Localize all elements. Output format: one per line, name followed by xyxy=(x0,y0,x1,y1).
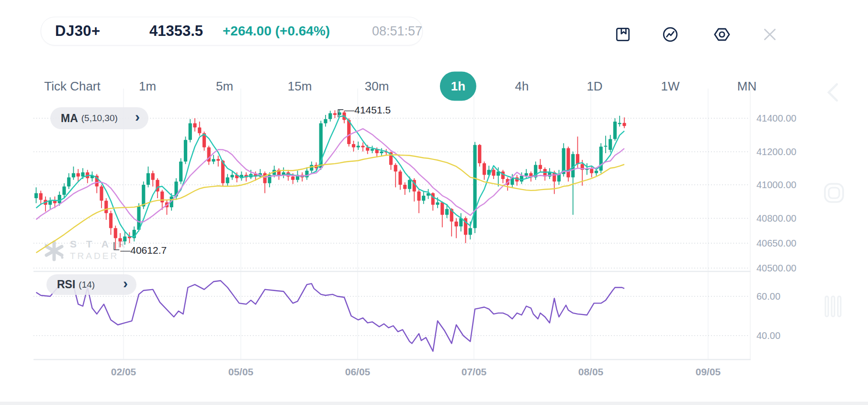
candle-body xyxy=(39,193,43,200)
candle-body xyxy=(604,146,607,146)
candle-body xyxy=(81,172,84,177)
tab-mn[interactable]: MN xyxy=(737,79,756,94)
candle-body xyxy=(539,165,542,169)
tab-1h[interactable]: 1h xyxy=(440,72,476,101)
candle-body xyxy=(417,191,420,201)
candle-body xyxy=(445,209,449,215)
candle-body xyxy=(34,193,38,198)
candle-body xyxy=(454,222,458,226)
tab-1d[interactable]: 1D xyxy=(586,79,602,94)
price-axis-label: 41200.00 xyxy=(756,146,796,157)
candle-body xyxy=(595,171,598,173)
candle-body xyxy=(436,202,439,205)
candle-body xyxy=(100,187,103,201)
candle-body xyxy=(104,201,108,213)
timeframe-tabs: Tick Chart1m5m15m30m1h4h1D1WMN xyxy=(0,68,868,104)
candle-body xyxy=(403,185,406,189)
bottom-divider xyxy=(0,402,868,405)
time-axis-label: 09/05 xyxy=(696,366,721,377)
candle-body xyxy=(216,159,220,160)
tab-5m[interactable]: 5m xyxy=(216,79,233,94)
candle-body xyxy=(123,236,126,241)
price-change: +264.00 (+0.64%) xyxy=(223,17,330,45)
time-axis-label: 08/05 xyxy=(578,366,604,377)
candle-body xyxy=(478,145,481,163)
candle-body xyxy=(613,122,617,139)
trend-circle-icon xyxy=(662,26,679,43)
candle-body xyxy=(263,173,267,183)
candle-body xyxy=(520,176,523,181)
close-icon xyxy=(761,26,778,43)
candle-body xyxy=(590,169,593,173)
candle-body xyxy=(440,202,444,215)
candle-body xyxy=(576,154,579,164)
tab-30m[interactable]: 30m xyxy=(365,79,389,94)
ma-params: (5,10,30) xyxy=(81,113,118,124)
candle-body xyxy=(193,123,196,127)
close-chart-button[interactable] xyxy=(759,24,780,45)
chevron-right-icon[interactable]: › xyxy=(123,279,128,288)
candle-body xyxy=(566,148,570,178)
drag-bars-icon[interactable] xyxy=(825,296,841,316)
chart-area[interactable]: 41400.0041200.0041000.0040800.0040650.00… xyxy=(0,0,868,405)
indicators-button[interactable] xyxy=(660,24,681,45)
candle-body xyxy=(310,165,313,170)
candle-body xyxy=(118,238,122,241)
price-axis-label: 40800.00 xyxy=(756,213,796,224)
settings-nut-icon xyxy=(713,25,731,44)
tab-4h[interactable]: 4h xyxy=(515,79,529,94)
candle-body xyxy=(361,146,364,147)
time-axis-label: 07/05 xyxy=(462,366,487,377)
low-marker-label: —40612.7 xyxy=(120,245,167,256)
candle-body xyxy=(72,173,75,178)
candle-body xyxy=(212,159,215,161)
rsi-axis-label: 60.00 xyxy=(756,291,780,302)
candle-body xyxy=(609,139,612,150)
candle-body xyxy=(291,177,294,180)
candle-body xyxy=(62,187,66,195)
candle-body xyxy=(422,196,425,201)
price-axis-label: 41400.00 xyxy=(756,113,796,124)
frame-button-icon[interactable] xyxy=(825,184,843,202)
server-time: 08:51:57 xyxy=(372,17,422,45)
rsi-label: RSI xyxy=(57,278,75,291)
candle-body xyxy=(198,127,201,133)
candle-body xyxy=(357,146,360,147)
candle-body xyxy=(328,113,332,119)
candle-body xyxy=(58,195,61,203)
price-axis-label: 41000.00 xyxy=(756,180,796,190)
time-axis-label: 05/05 xyxy=(228,366,254,377)
candle-body xyxy=(230,175,234,177)
candle-body xyxy=(622,123,626,126)
rsi-indicator-pill[interactable]: RSI (14) › xyxy=(46,274,136,295)
bookmark-icon xyxy=(614,26,631,43)
last-price: 41353.5 xyxy=(149,17,203,45)
chevron-right-icon[interactable]: › xyxy=(135,112,140,122)
ma-indicator-pill[interactable]: MA (5,10,30) › xyxy=(50,107,148,129)
candle-body xyxy=(371,149,374,150)
time-axis-label: 02/05 xyxy=(111,366,136,377)
bookmark-button[interactable] xyxy=(612,24,633,45)
candle-body xyxy=(184,140,187,161)
candle-body xyxy=(324,119,327,124)
candlestick-chart[interactable]: 41400.0041200.0041000.0040800.0040650.00… xyxy=(0,0,868,405)
tab-15m[interactable]: 15m xyxy=(288,79,312,94)
candle-body xyxy=(189,123,192,140)
candle-body xyxy=(483,163,486,175)
candle-body xyxy=(394,165,397,171)
tab-tick-chart[interactable]: Tick Chart xyxy=(44,79,101,94)
chart-settings-button[interactable] xyxy=(711,24,733,45)
tab-1m[interactable]: 1m xyxy=(139,79,156,94)
candle-body xyxy=(53,201,56,203)
symbol-card[interactable]: DJ30+ 41353.5 +264.00 (+0.64%) 08:51:57 xyxy=(41,17,423,45)
candle-body xyxy=(179,161,182,181)
symbol-name: DJ30+ xyxy=(55,17,101,45)
tab-1w[interactable]: 1W xyxy=(661,79,680,94)
candle-body xyxy=(77,173,80,177)
candle-body xyxy=(151,173,155,180)
candle-body xyxy=(147,173,150,185)
candle-body xyxy=(142,185,145,206)
candle-body xyxy=(408,180,411,189)
candle-body xyxy=(469,228,472,235)
candle-body xyxy=(333,113,337,115)
